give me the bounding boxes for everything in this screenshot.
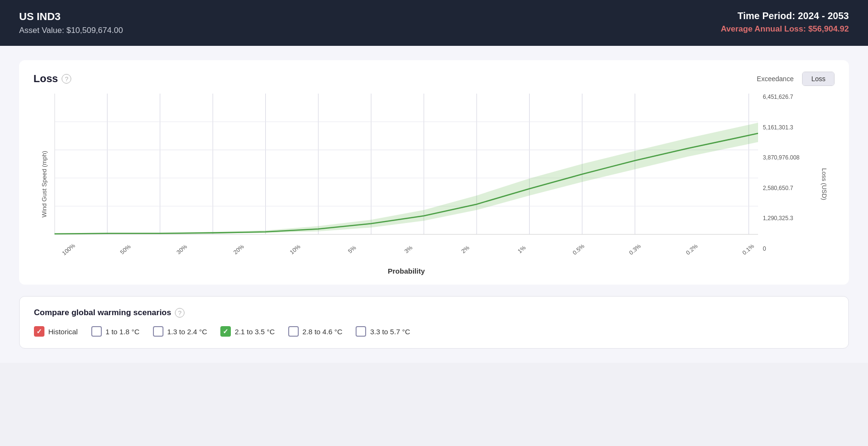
exceedance-label: Exceedance [753, 72, 799, 85]
check-2.1to3.5: ✓ [223, 328, 228, 335]
asset-id: US IND3 [19, 11, 123, 23]
scenario-2.8to4.6[interactable]: 2.8 to 4.6 °C [288, 326, 343, 337]
scenario-label-1.3to2.4: 1.3 to 2.4 °C [167, 328, 207, 336]
x-axis-label: Probability [54, 267, 758, 275]
header-left: US IND3 Asset Value: $10,509,674.00 [19, 11, 123, 35]
chart-title-row: Loss ? [33, 73, 71, 85]
y-axis-right-label-wrapper: Loss (USD) [815, 94, 833, 275]
chart-svg-wrapper [54, 94, 758, 244]
x-axis: 100% 50% 30% 20% 10% 5% 3% 2% 1% 0.5% 0.… [54, 245, 758, 254]
scenario-label-1to1.8: 1 to 1.8 °C [106, 328, 140, 336]
scenario-2.1to3.5[interactable]: ✓ 2.1 to 3.5 °C [220, 326, 275, 337]
scenarios-section: Compare global warming scenarios ? ✓ His… [19, 296, 849, 349]
header-right: Time Period: 2024 - 2053 Average Annual … [721, 11, 849, 34]
scenario-1to1.8[interactable]: 1 to 1.8 °C [91, 326, 140, 337]
asset-value-amount: $10,509,674.00 [66, 26, 123, 35]
chart-title: Loss [33, 73, 58, 85]
y-tick-0: 0 [763, 245, 815, 252]
checkbox-1to1.8[interactable] [91, 326, 102, 337]
checkbox-3.3to5.7[interactable] [356, 326, 366, 337]
chart-plot-area: 100% 50% 30% 20% 10% 5% 3% 2% 1% 0.5% 0.… [54, 94, 758, 275]
chart-svg [54, 94, 758, 244]
scenario-label-2.1to3.5: 2.1 to 3.5 °C [235, 328, 275, 336]
y-tick-6: 6,451,626.7 [763, 94, 815, 100]
scenario-label-historical: Historical [48, 328, 78, 336]
scenarios-help-icon[interactable]: ? [175, 308, 184, 318]
chart-body: Wind Gust Speed (mph) [33, 94, 835, 275]
y-tick-4: 3,870,976.008 [763, 154, 815, 161]
y-axis-left: Wind Gust Speed (mph) [33, 94, 54, 275]
toggle-buttons: Loss [802, 72, 835, 86]
y-tick-3: 2,580,650.7 [763, 185, 815, 191]
scenario-historical[interactable]: ✓ Historical [34, 326, 78, 337]
loss-toggle-button[interactable]: Loss [803, 72, 834, 85]
scenario-3.3to5.7[interactable]: 3.3 to 5.7 °C [356, 326, 410, 337]
average-annual-loss: Average Annual Loss: $56,904.92 [721, 24, 849, 34]
checkbox-2.1to3.5[interactable]: ✓ [220, 326, 231, 337]
page-header: US IND3 Asset Value: $10,509,674.00 Time… [0, 0, 868, 46]
y-axis-right: 6,451,626.7 5,161,301.3 3,870,976.008 2,… [758, 94, 835, 275]
checkbox-2.8to4.6[interactable] [288, 326, 299, 337]
scenarios-options: ✓ Historical 1 to 1.8 °C 1.3 to 2.4 °C ✓… [34, 326, 834, 337]
aal-label: Average Annual Loss: [721, 24, 806, 33]
main-content: Loss ? Exceedance Loss Wind Gust Speed (… [0, 46, 868, 363]
y-axis-left-label: Wind Gust Speed (mph) [41, 151, 48, 217]
aal-value: $56,904.92 [808, 24, 849, 33]
y-ticks-right: 6,451,626.7 5,161,301.3 3,870,976.008 2,… [758, 94, 815, 275]
check-historical: ✓ [36, 328, 42, 335]
chart-help-icon[interactable]: ? [62, 74, 71, 84]
chart-header: Loss ? Exceedance Loss [33, 72, 835, 86]
chart-toggle-area: Exceedance Loss [753, 72, 835, 86]
time-period: Time Period: 2024 - 2053 [721, 11, 849, 21]
asset-value-label: Asset Value: [19, 26, 64, 35]
chart-section: Loss ? Exceedance Loss Wind Gust Speed (… [19, 60, 849, 285]
y-axis-right-label: Loss (USD) [821, 168, 828, 200]
checkbox-1.3to2.4[interactable] [153, 326, 163, 337]
asset-value: Asset Value: $10,509,674.00 [19, 26, 123, 35]
y-tick-5: 5,161,301.3 [763, 124, 815, 131]
scenarios-title-row: Compare global warming scenarios ? [34, 308, 834, 318]
checkbox-historical[interactable]: ✓ [34, 326, 44, 337]
scenarios-title: Compare global warming scenarios [34, 308, 171, 318]
y-tick-2: 1,290,325.3 [763, 215, 815, 222]
scenario-label-3.3to5.7: 3.3 to 5.7 °C [370, 328, 410, 336]
scenario-1.3to2.4[interactable]: 1.3 to 2.4 °C [153, 326, 207, 337]
scenario-label-2.8to4.6: 2.8 to 4.6 °C [303, 328, 343, 336]
